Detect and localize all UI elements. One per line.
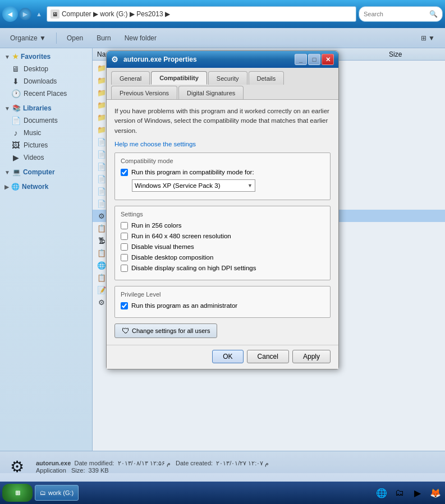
setting-dpi-label: Disable display scaling on high DPI sett…: [131, 265, 256, 271]
compat-mode-dropdown[interactable]: Windows XP (Service Pack 3) ▼: [132, 179, 255, 192]
settings-section: Settings Run in 256 colors Run in 640 x …: [114, 206, 331, 280]
taskbar-bottom: ⊞ 🗂 work (G:) 🌐 🗂 ▶ 🦊: [0, 482, 445, 504]
setting-visual-themes-checkbox[interactable]: [121, 243, 128, 251]
back-forward-buttons: ◄ ►: [2, 6, 31, 22]
taskbar-quick-launch: 🌐 🗂 ▶ 🦊: [374, 485, 443, 500]
dialog-footer: OK Cancel Apply: [107, 345, 338, 369]
dialog-content: If you have problems with this program a…: [107, 99, 338, 345]
compat-mode-value: Windows XP (Service Pack 3): [135, 182, 221, 189]
setting-640x480-row: Run in 640 x 480 screen resolution: [121, 233, 324, 240]
desktop: ◄ ► ▲ 🖥 Computer ▶ work (G:) ▶ Pes2013 ▶…: [0, 0, 445, 504]
search-bar[interactable]: 🔍: [359, 6, 443, 22]
taskbar-task-explorer[interactable]: 🗂 work (G:): [35, 485, 79, 501]
cancel-button[interactable]: Cancel: [247, 350, 289, 363]
compat-section-title: Compatibility mode: [121, 158, 324, 164]
tab-digital-signatures[interactable]: Digital Signatures: [178, 86, 244, 99]
run-in-compat-label: Run this program in compatibility mode f…: [131, 169, 254, 175]
address-breadcrumb: Computer ▶ work (G:) ▶ Pes2013 ▶: [62, 10, 170, 18]
setting-640x480-label: Run in 640 x 480 screen resolution: [131, 233, 231, 239]
run-as-admin-label: Run this program as an administrator: [131, 302, 237, 309]
dialog-overlay: ⚙ autorun.exe Properties _ □ ✕ General C…: [0, 28, 445, 473]
address-icon: 🖥: [51, 10, 59, 19]
taskbar-firefox-button[interactable]: 🦊: [428, 485, 443, 500]
tab-previous-versions[interactable]: Previous Versions: [111, 86, 177, 99]
setting-256colors-checkbox[interactable]: [121, 222, 128, 229]
setting-visual-themes-row: Disable visual themes: [121, 243, 324, 251]
run-as-admin-row: Run this program as an administrator: [121, 302, 324, 309]
change-settings-button[interactable]: 🛡 Change settings for all users: [114, 323, 217, 338]
tab-general-label: General: [120, 75, 141, 82]
settings-section-title: Settings: [121, 211, 324, 218]
back-button[interactable]: ◄: [2, 6, 18, 22]
ok-button[interactable]: OK: [212, 350, 243, 363]
tab-details-label: Details: [257, 75, 276, 82]
taskbar-media-button[interactable]: ▶: [410, 485, 425, 500]
taskbar-explorer-button[interactable]: 🗂: [392, 485, 407, 500]
dialog-title-buttons: _ □ ✕: [295, 54, 334, 65]
taskbar-ie-button[interactable]: 🌐: [374, 485, 389, 500]
tab-digital-signatures-label: Digital Signatures: [187, 90, 235, 96]
privilege-title: Privilege Level: [121, 291, 324, 298]
tab-general[interactable]: General: [111, 71, 150, 85]
taskbar-task-label: work (G:): [48, 489, 74, 496]
navigation-bar: ◄ ► ▲ 🖥 Computer ▶ work (G:) ▶ Pes2013 ▶…: [0, 0, 445, 28]
setting-256colors-label: Run in 256 colors: [131, 222, 182, 229]
tab-compatibility[interactable]: Compatibility: [151, 71, 207, 85]
run-in-compat-checkbox[interactable]: [121, 169, 128, 176]
tab-previous-versions-label: Previous Versions: [120, 90, 169, 96]
dialog-title-text: autorun.exe Properties: [123, 56, 295, 63]
tab-security-label: Security: [217, 75, 239, 82]
setting-desktop-comp-checkbox[interactable]: [121, 254, 128, 261]
dropdown-arrow-icon: ▼: [247, 183, 253, 188]
setting-256colors-row: Run in 256 colors: [121, 222, 324, 229]
setting-dpi-row: Disable display scaling on high DPI sett…: [121, 265, 324, 272]
setting-640x480-checkbox[interactable]: [121, 233, 128, 240]
address-bar[interactable]: 🖥 Computer ▶ work (G:) ▶ Pes2013 ▶: [47, 6, 356, 22]
compatibility-mode-section: Compatibility mode Run this program in c…: [114, 152, 331, 200]
search-icon: 🔍: [429, 10, 438, 18]
dialog-title-bar: ⚙ autorun.exe Properties _ □ ✕: [107, 51, 338, 68]
setting-desktop-comp-label: Disable desktop composition: [131, 254, 213, 261]
compat-description: If you have problems with this program a…: [114, 107, 331, 136]
setting-visual-themes-label: Disable visual themes: [131, 243, 194, 250]
maximize-button[interactable]: □: [308, 54, 320, 65]
setting-desktop-comp-row: Disable desktop composition: [121, 254, 324, 261]
run-as-admin-checkbox[interactable]: [121, 302, 128, 309]
close-button[interactable]: ✕: [322, 54, 334, 65]
tab-details[interactable]: Details: [249, 71, 285, 85]
search-input[interactable]: [364, 11, 429, 17]
help-link[interactable]: Help me choose the settings: [114, 141, 196, 147]
tab-security[interactable]: Security: [208, 71, 247, 85]
setting-dpi-checkbox[interactable]: [121, 265, 128, 272]
run-in-compat-row: Run this program in compatibility mode f…: [121, 169, 324, 176]
start-button[interactable]: ⊞: [2, 484, 33, 502]
dialog-tabs: General Compatibility Security Details P…: [107, 68, 338, 99]
forward-button[interactable]: ►: [19, 8, 31, 20]
properties-dialog: ⚙ autorun.exe Properties _ □ ✕ General C…: [106, 50, 339, 369]
apply-button[interactable]: Apply: [292, 350, 331, 363]
tab-compatibility-label: Compatibility: [159, 75, 199, 81]
change-settings-container: 🛡 Change settings for all users: [114, 323, 331, 338]
minimize-button[interactable]: _: [295, 54, 307, 65]
taskbar-task-icon: 🗂: [40, 489, 46, 496]
start-icon: ⊞: [15, 489, 20, 497]
change-settings-label: Change settings for all users: [132, 327, 210, 334]
privilege-section: Privilege Level Run this program as an a…: [114, 286, 331, 318]
up-button[interactable]: ▲: [34, 10, 44, 19]
dialog-title-icon: ⚙: [111, 55, 120, 64]
shield-icon: 🛡: [122, 326, 130, 335]
